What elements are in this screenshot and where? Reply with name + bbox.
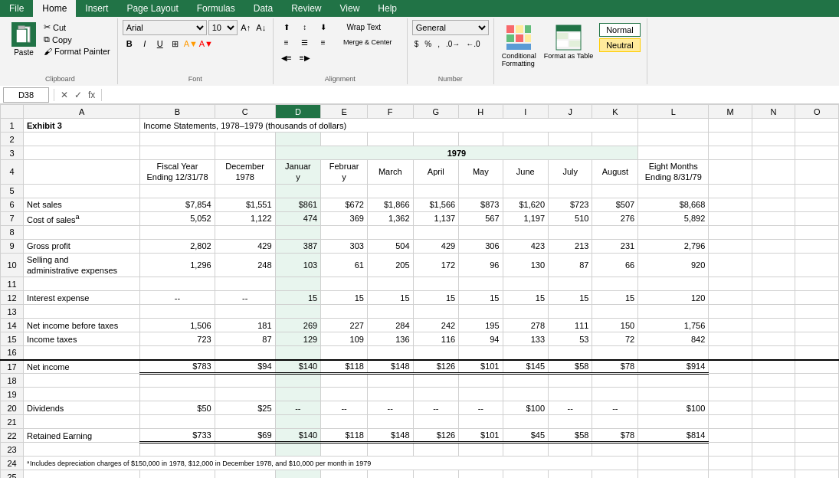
col-header-L[interactable]: L [638, 105, 709, 119]
col-header-M[interactable]: M [709, 105, 752, 119]
cell-C7[interactable]: 1,122 [215, 211, 275, 225]
percent-button[interactable]: % [422, 37, 434, 51]
cell-E20[interactable]: -- [321, 401, 368, 415]
cell-L22[interactable]: $814 [638, 429, 709, 443]
col-header-K[interactable]: K [592, 105, 638, 119]
cell-B15[interactable]: 723 [140, 332, 215, 346]
cell-J7[interactable]: 510 [549, 211, 592, 225]
col-header-D[interactable]: D [275, 105, 321, 119]
cell-H22[interactable]: $101 [459, 429, 503, 443]
cell-J4[interactable]: July [549, 160, 592, 185]
cell-L3[interactable] [638, 146, 709, 160]
tab-view[interactable]: View [331, 0, 369, 17]
cell-F15[interactable]: 136 [367, 332, 413, 346]
cell-B4[interactable]: Fiscal YearEnding 12/31/78 [140, 160, 215, 185]
cell-K10[interactable]: 66 [592, 253, 638, 277]
cell-A1[interactable]: Exhibit 3 [24, 119, 140, 133]
col-header-H[interactable]: H [459, 105, 503, 119]
cell-L17[interactable]: $914 [638, 360, 709, 374]
cell-J6[interactable]: $723 [549, 198, 592, 211]
cell-I4[interactable]: June [503, 160, 549, 185]
cell-E15[interactable]: 109 [321, 332, 368, 346]
cell-C2[interactable] [215, 133, 275, 146]
cell-G20[interactable]: -- [413, 401, 459, 415]
font-size-select[interactable]: 10 [208, 20, 238, 35]
cell-E10[interactable]: 61 [321, 253, 368, 277]
decrease-decimal-button[interactable]: ←.0 [464, 37, 482, 51]
cell-D14[interactable]: 269 [275, 319, 321, 332]
cell-K20[interactable]: -- [592, 401, 638, 415]
cell-E7[interactable]: 369 [321, 211, 368, 225]
cell-D17[interactable]: $140 [275, 360, 321, 374]
align-bottom-button[interactable]: ⬇ [315, 20, 332, 34]
cell-D12[interactable]: 15 [275, 291, 321, 305]
align-center-button[interactable]: ☰ [297, 35, 313, 49]
cell-D2[interactable] [275, 133, 321, 146]
cell-J22[interactable]: $58 [549, 429, 592, 443]
cell-G9[interactable]: 429 [413, 239, 459, 253]
cell-C12[interactable]: -- [215, 291, 275, 305]
cell-I7[interactable]: 1,197 [503, 211, 549, 225]
cell-C4[interactable]: December1978 [215, 160, 275, 185]
italic-button[interactable]: I [138, 37, 152, 51]
cell-F22[interactable]: $148 [367, 429, 413, 443]
insert-function-button[interactable]: fx [87, 90, 97, 100]
cell-O2[interactable] [795, 133, 839, 146]
cell-H2[interactable] [459, 133, 503, 146]
cell-L7[interactable]: 5,892 [638, 211, 709, 225]
col-header-I[interactable]: I [503, 105, 549, 119]
cell-K22[interactable]: $78 [592, 429, 638, 443]
cell-A6[interactable]: Net sales [24, 198, 140, 211]
cell-K17[interactable]: $78 [592, 360, 638, 374]
cell-D15[interactable]: 129 [275, 332, 321, 346]
cell-G4[interactable]: April [413, 160, 459, 185]
cell-B9[interactable]: 2,802 [140, 239, 215, 253]
cell-E2[interactable] [321, 133, 368, 146]
cell-N1[interactable] [752, 119, 795, 133]
cell-M4[interactable] [709, 160, 752, 185]
align-left-button[interactable]: ≡ [278, 35, 295, 49]
cell-C6[interactable]: $1,551 [215, 198, 275, 211]
cell-K2[interactable] [592, 133, 638, 146]
decrease-font-button[interactable]: A↓ [254, 21, 268, 34]
underline-button[interactable]: U [153, 37, 167, 51]
cell-A2[interactable] [24, 133, 140, 146]
align-right-button[interactable]: ≡ [315, 35, 332, 49]
cell-L14[interactable]: 1,756 [638, 319, 709, 332]
cell-D22[interactable]: $140 [275, 429, 321, 443]
cell-J15[interactable]: 53 [549, 332, 592, 346]
tab-file[interactable]: File [0, 0, 33, 17]
paste-button[interactable]: Paste [8, 20, 40, 59]
cell-J17[interactable]: $58 [549, 360, 592, 374]
cell-K12[interactable]: 15 [592, 291, 638, 305]
cell-D6[interactable]: $861 [275, 198, 321, 211]
cell-C9[interactable]: 429 [215, 239, 275, 253]
col-header-E[interactable]: E [321, 105, 368, 119]
cell-C15[interactable]: 87 [215, 332, 275, 346]
increase-decimal-button[interactable]: .0→ [444, 37, 462, 51]
cell-I20[interactable]: $100 [503, 401, 549, 415]
col-header-C[interactable]: C [215, 105, 275, 119]
cell-E6[interactable]: $672 [321, 198, 368, 211]
cell-C17[interactable]: $94 [215, 360, 275, 374]
cell-A14[interactable]: Net income before taxes [24, 319, 140, 332]
cell-B17[interactable]: $783 [140, 360, 215, 374]
cell-A3[interactable] [24, 146, 140, 160]
cell-B10[interactable]: 1,296 [140, 253, 215, 277]
tab-insert[interactable]: Insert [76, 0, 117, 17]
cell-K7[interactable]: 276 [592, 211, 638, 225]
cell-L1[interactable] [638, 119, 709, 133]
indent-decrease-button[interactable]: ◀≡ [278, 51, 295, 64]
cell-A10[interactable]: Selling andadministrative expenses [24, 253, 140, 277]
cell-F12[interactable]: 15 [367, 291, 413, 305]
cell-A22[interactable]: Retained Earning [24, 429, 140, 443]
col-header-O[interactable]: O [795, 105, 839, 119]
cell-I2[interactable] [503, 133, 549, 146]
align-top-button[interactable]: ⬆ [278, 20, 295, 34]
cell-N2[interactable] [752, 133, 795, 146]
conditional-formatting-button[interactable]: ConditionalFormatting [499, 21, 539, 69]
cell-N3[interactable] [752, 146, 795, 160]
wrap-text-button[interactable]: Wrap Text [333, 20, 395, 34]
cell-A20[interactable]: Dividends [24, 401, 140, 415]
cell-D3[interactable]: 1979 [275, 146, 638, 160]
